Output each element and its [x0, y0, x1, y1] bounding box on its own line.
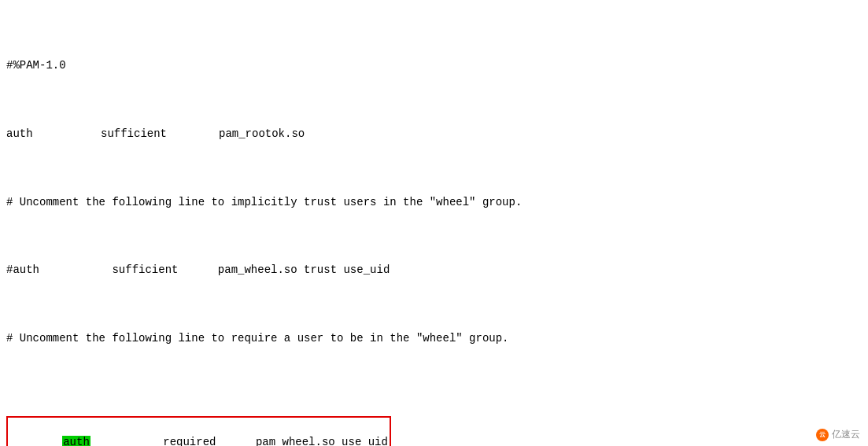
comment2-text: #auth sufficient pam_wheel.so trust use_…: [6, 262, 390, 279]
spaces1: [90, 436, 163, 446]
line-comment3: # Uncomment the following line to requir…: [6, 330, 862, 348]
line-pam-header: #%PAM-1.0: [6, 57, 862, 75]
terminal-window: #%PAM-1.0 authsufficientpam_rootok.so # …: [0, 0, 868, 446]
col3-pam-wheel: pam_wheel.so use_uid: [256, 436, 388, 446]
code-content: #%PAM-1.0 authsufficientpam_rootok.so # …: [6, 6, 862, 446]
line-comment2: #auth sufficient pam_wheel.so trust use_…: [6, 262, 862, 279]
comment3-text: # Uncomment the following line to requir…: [6, 330, 509, 348]
line-auth-sufficient: authsufficientpam_rootok.so: [6, 126, 862, 143]
auth-green-highlight: auth: [62, 436, 90, 446]
comment1-text: # Uncomment the following line to implic…: [6, 194, 522, 212]
spaces2: [216, 436, 255, 446]
watermark: 云 亿速云: [816, 428, 860, 441]
col2-sufficient1: sufficient: [101, 126, 219, 143]
col2-required: required: [163, 436, 216, 446]
watermark-icon: 云: [816, 429, 829, 441]
col3-pam-rootok: pam_rootok.so: [219, 126, 305, 143]
line-auth-required: auth required pam_wheel.so use_uid: [6, 416, 862, 447]
col1-auth1: auth: [6, 126, 101, 143]
pam-header-text: #%PAM-1.0: [6, 57, 66, 75]
watermark-text: 亿速云: [832, 428, 860, 441]
highlight-box: auth required pam_wheel.so use_uid: [6, 416, 391, 447]
line-comment1: # Uncomment the following line to implic…: [6, 194, 862, 212]
